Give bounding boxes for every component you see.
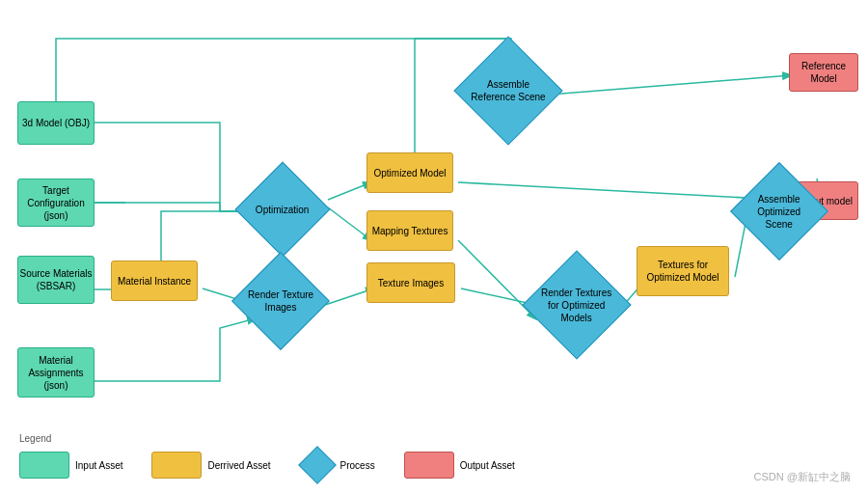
node-3d-model: 3d Model (OBJ) [17,101,95,145]
legend-input-asset: Input Asset [19,452,122,479]
legend-process-label: Process [340,460,375,471]
legend-area: Input Asset Derrived Asset Process Outpu… [19,448,515,482]
watermark: CSDN @新缸中之脑 [754,470,851,484]
legend-pink-box [404,452,454,479]
legend-process: Process [300,448,375,482]
node-assemble-reference-scene: Assemble Reference Scene [453,36,562,145]
legend-diamond-box [298,446,337,484]
legend-green-box [19,452,69,479]
node-render-textures-optimized: Render Textures for Optimized Models [522,250,631,359]
node-optimization: Optimization [235,162,331,258]
node-texture-images: Texture Images [366,262,455,303]
node-textures-optimized-model: Textures for Optimized Model [637,246,729,296]
node-reference-model: Reference Model [789,53,858,92]
legend-derived-asset: Derrived Asset [151,452,270,479]
node-material-instance: Material Instance [111,261,198,301]
legend-input-label: Input Asset [75,460,122,471]
node-mapping-textures: Mapping Textures [366,210,453,251]
node-render-texture-images: Render Texture Images [231,252,330,350]
legend-yellow-box [151,452,202,479]
diagram: 3d Model (OBJ) Target Configuration (jso… [0,0,868,494]
legend-output-asset: Output Asset [404,452,515,479]
legend-output-label: Output Asset [460,460,515,471]
legend-diamond-wrap [300,448,335,482]
node-target-config: Target Configuration (json) [17,178,95,227]
legend-title: Legend [19,433,51,444]
node-source-materials: Source Materials (SBSAR) [17,256,95,304]
node-optimized-model: Optimized Model [366,152,453,193]
node-material-assignments: Material Assignments (json) [17,347,95,398]
legend-derived-label: Derrived Asset [207,460,270,471]
node-assemble-optimized-scene: Assemble Optimized Scene [730,162,828,261]
